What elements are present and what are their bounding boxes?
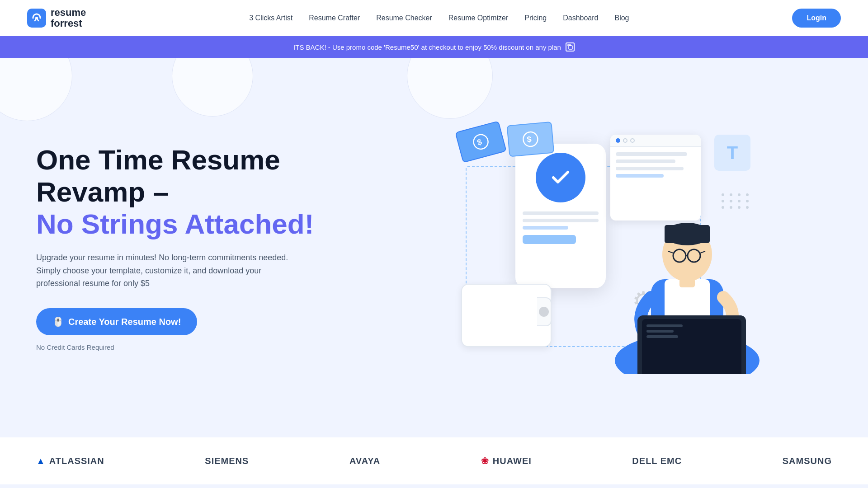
- logo[interactable]: resume forrest: [27, 7, 86, 29]
- person-illustration: [597, 180, 760, 374]
- siemens-label: SIEMENS: [205, 456, 249, 466]
- cursor-icon: 🖱️: [52, 316, 64, 327]
- hero-title: One Time Resume Revamp – No Strings Atta…: [36, 144, 344, 240]
- cta-label: Create Your Resume Now!: [68, 317, 181, 327]
- copy-icon[interactable]: [566, 42, 575, 52]
- svg-rect-18: [642, 319, 741, 374]
- wallet-coin: [539, 307, 549, 317]
- browser-topbar: [610, 135, 701, 147]
- no-cc-text: No Credit Cards Required: [36, 343, 114, 351]
- illustration-container: T $ $: [434, 121, 760, 374]
- nav-resume-optimizer[interactable]: Resume Optimizer: [448, 14, 508, 22]
- avaya-label: AVAYA: [349, 456, 380, 466]
- browser-line-3: [616, 167, 684, 170]
- nav-three-clicks[interactable]: 3 Clicks Artist: [249, 14, 292, 22]
- logo-huawei: ❀ HUAWEI: [481, 455, 532, 466]
- nav-blog[interactable]: Blog: [614, 14, 629, 22]
- browser-dot-empty-2: [630, 138, 635, 143]
- atlassian-mark: ▲: [36, 456, 46, 466]
- browser-line-4: [616, 174, 664, 178]
- logo-icon: [27, 9, 46, 28]
- hero-section: One Time Resume Revamp – No Strings Atta…: [0, 58, 868, 437]
- hero-title-line2: No Strings Attached!: [36, 208, 314, 239]
- logo-siemens: SIEMENS: [205, 456, 249, 466]
- wallet-body: [461, 284, 552, 347]
- browser-dot-active: [616, 138, 620, 143]
- wallet-bills: $ $: [461, 121, 554, 284]
- huawei-label: HUAWEI: [493, 456, 532, 466]
- nav-dashboard[interactable]: Dashboard: [563, 14, 598, 22]
- logo-dell-emc: DELL EMC: [632, 456, 682, 466]
- svg-text:$: $: [527, 135, 532, 144]
- logo-atlassian: ▲ ATLASSIAN: [36, 456, 104, 466]
- wallet-bill-2: $: [507, 122, 555, 157]
- svg-rect-1: [569, 46, 572, 49]
- svg-rect-21: [646, 335, 678, 338]
- huawei-mark: ❀: [481, 455, 489, 466]
- browser-line-2: [616, 160, 675, 163]
- login-button[interactable]: Login: [792, 9, 841, 28]
- logos-section: ▲ ATLASSIAN SIEMENS AVAYA ❀ HUAWEI DELL …: [0, 437, 868, 484]
- svg-rect-20: [646, 330, 674, 333]
- promo-banner: ITS BACK! - Use promo code 'Resume50' at…: [0, 36, 868, 58]
- bg-circle-1: [0, 58, 72, 121]
- hero-content: One Time Resume Revamp – No Strings Atta…: [36, 144, 344, 352]
- nav-resume-checker[interactable]: Resume Checker: [376, 14, 432, 22]
- hero-illustration: T $ $: [362, 121, 832, 374]
- navbar: resume forrest 3 Clicks Artist Resume Cr…: [0, 0, 868, 36]
- promo-text: ITS BACK! - Use promo code 'Resume50' at…: [293, 43, 561, 51]
- t-icon: T: [714, 135, 750, 171]
- nav-resume-crafter[interactable]: Resume Crafter: [309, 14, 360, 22]
- svg-rect-11: [665, 225, 710, 243]
- svg-rect-23: [679, 278, 695, 287]
- wallet-clasp: [537, 297, 552, 326]
- hero-title-line1: One Time Resume Revamp –: [36, 144, 280, 207]
- browser-body: [610, 147, 701, 183]
- hero-description: Upgrade your resume in minutes! No long-…: [36, 251, 298, 290]
- nav-pricing[interactable]: Pricing: [524, 14, 547, 22]
- logo-samsung: SAMSUNG: [783, 456, 832, 466]
- atlassian-label: ATLASSIAN: [49, 456, 104, 466]
- svg-rect-19: [646, 324, 683, 327]
- nav-links: 3 Clicks Artist Resume Crafter Resume Ch…: [249, 14, 629, 22]
- dell-emc-label: DELL EMC: [632, 456, 682, 466]
- logo-avaya: AVAYA: [349, 456, 380, 466]
- logo-text: resume forrest: [51, 7, 86, 29]
- browser-line-1: [616, 152, 687, 156]
- svg-text:$: $: [476, 137, 483, 147]
- browser-dot-empty-1: [623, 138, 627, 143]
- bg-circle-2: [172, 58, 253, 117]
- samsung-label: SAMSUNG: [783, 456, 832, 466]
- wallet-bill-1: $: [455, 121, 507, 163]
- cta-button[interactable]: 🖱️ Create Your Resume Now!: [36, 308, 197, 335]
- bg-circle-3: [407, 58, 493, 119]
